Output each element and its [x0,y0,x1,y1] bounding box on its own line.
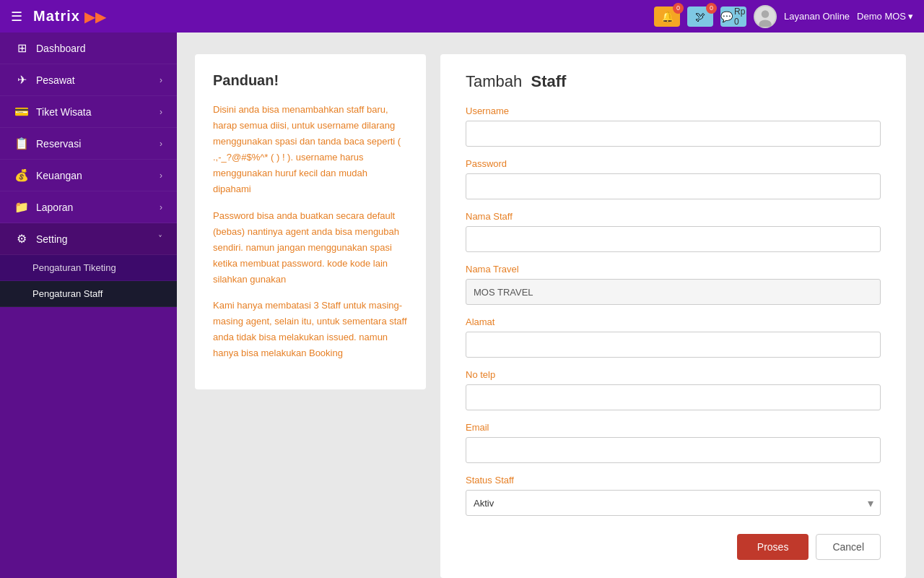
mail-badge: 0 [706,3,717,14]
laporan-icon: 📁 [14,200,29,214]
pengaturan-tiketing-label: Pengaturan Tiketing [32,262,116,273]
sidebar-item-tiket-wisata[interactable]: 💳 Tiket Wisata › [0,96,177,128]
email-input[interactable] [466,437,881,463]
email-group: Email [466,422,881,463]
proses-button[interactable]: Proses [737,534,809,560]
chevron-down-icon: ˅ [158,234,162,244]
email-label: Email [466,422,881,433]
user-avatar [754,5,777,28]
nama-staff-label: Nama Staff [466,211,881,222]
svg-point-1 [762,10,770,18]
pengaturan-staff-label: Pengaturan Staff [32,288,103,299]
mail-icon: 🕊 [695,11,705,22]
sidebar-label-tiket-wisata: Tiket Wisata [36,106,92,118]
bell-icon: 🔔 [661,11,674,22]
panduan-card: Panduan! Disini anda bisa menambahkan st… [195,54,426,389]
panduan-paragraph-1: Disini anda bisa menambahkan staff baru,… [213,102,408,198]
demo-button[interactable]: Demo MOS ▾ [857,11,913,22]
sidebar-label-reservasi: Reservasi [36,138,81,150]
header: ☰ Matrix ▶▶ 🔔 0 🕊 0 💬 Rp 0 Layanan Onlin… [0,0,924,33]
reservasi-icon: 📋 [14,137,29,150]
panduan-paragraph-3: Kami hanya membatasi 3 Staff untuk masin… [213,298,408,361]
password-label: Password [466,158,881,169]
no-telp-group: No telp [466,369,881,410]
sidebar-item-pengaturan-staff[interactable]: Pengaturan Staff [0,281,177,307]
password-input[interactable] [466,173,881,199]
username-group: Username [466,105,881,147]
sidebar-label-setting: Setting [36,233,68,245]
hamburger-icon[interactable]: ☰ [11,9,22,25]
tambah-staff-form: Tambah Staff Username Password Nama Staf… [440,54,906,578]
nama-travel-input [466,279,881,305]
setting-submenu: Pengaturan Tiketing Pengaturan Staff [0,255,177,307]
header-logo: Matrix ▶▶ [33,8,106,25]
username-input[interactable] [466,121,881,147]
main-layout: ⊞ Dashboard ✈ Pesawat › 💳 Tiket Wisata ›… [0,33,924,578]
setting-icon: ⚙ [14,232,29,246]
pesawat-icon: ✈ [14,73,29,87]
panduan-paragraph-2: Password bisa anda buatkan secara defaul… [213,208,408,288]
balance-display[interactable]: 💬 Rp 0 [720,7,746,27]
notification-bell[interactable]: 🔔 0 [654,7,680,27]
header-right: 🔔 0 🕊 0 💬 Rp 0 Layanan Online Demo MOS ▾ [654,5,913,28]
tiket-wisata-icon: 💳 [14,105,29,118]
sidebar-label-laporan: Laporan [36,202,73,213]
sidebar-item-laporan[interactable]: 📁 Laporan › [0,191,177,223]
sidebar-item-pesawat[interactable]: ✈ Pesawat › [0,64,177,96]
logo-arrow: ▶▶ [84,8,106,25]
sidebar-item-dashboard[interactable]: ⊞ Dashboard [0,33,177,64]
alamat-input[interactable] [466,332,881,358]
sidebar-label-keuangan: Keuangan [36,170,82,181]
keuangan-icon: 💰 [14,168,29,182]
nama-staff-input[interactable] [466,226,881,252]
notification-mail[interactable]: 🕊 0 [687,7,713,27]
user-name: Layanan Online [784,11,850,22]
sidebar: ⊞ Dashboard ✈ Pesawat › 💳 Tiket Wisata ›… [0,33,177,578]
form-title-prefix: Tambah [466,72,522,90]
alamat-group: Alamat [466,316,881,358]
status-staff-select[interactable]: Aktiv Non-Aktiv [466,490,881,516]
dashboard-icon: ⊞ [14,41,29,55]
main-content: Panduan! Disini anda bisa menambahkan st… [177,33,924,578]
password-group: Password [466,158,881,199]
rp-value: Rp 0 [734,7,746,27]
cancel-button[interactable]: Cancel [816,534,881,560]
sidebar-item-setting[interactable]: ⚙ Setting ˅ [0,223,177,255]
status-staff-select-wrapper: Aktiv Non-Aktiv [466,490,881,516]
username-label: Username [466,105,881,116]
sidebar-label-dashboard: Dashboard [36,43,86,54]
sidebar-label-pesawat: Pesawat [36,74,75,86]
form-title-suffix: Staff [531,72,567,90]
nama-staff-group: Nama Staff [466,211,881,252]
panduan-title: Panduan! [213,72,408,89]
chevron-right-icon-5: › [160,202,162,212]
nama-travel-group: Nama Travel [466,264,881,305]
bell-badge: 0 [673,3,684,14]
status-staff-label: Status Staff [466,475,881,486]
chevron-right-icon-3: › [160,139,162,149]
demo-chevron-icon: ▾ [908,11,913,22]
rp-icon: 💬 [720,11,733,22]
sidebar-item-keuangan[interactable]: 💰 Keuangan › [0,160,177,191]
form-title: Tambah Staff [466,72,881,91]
nama-travel-label: Nama Travel [466,264,881,275]
sidebar-item-reservasi[interactable]: 📋 Reservasi › [0,128,177,160]
no-telp-label: No telp [466,369,881,380]
chevron-right-icon-2: › [160,107,162,117]
chevron-right-icon-4: › [160,171,162,181]
sidebar-item-pengaturan-tiketing[interactable]: Pengaturan Tiketing [0,255,177,281]
alamat-label: Alamat [466,316,881,327]
logo-text: Matrix [33,8,80,25]
chevron-right-icon: › [160,75,162,85]
no-telp-input[interactable] [466,384,881,410]
form-actions: Proses Cancel [466,534,881,560]
demo-label: Demo MOS [857,11,906,22]
status-staff-group: Status Staff Aktiv Non-Aktiv [466,475,881,516]
